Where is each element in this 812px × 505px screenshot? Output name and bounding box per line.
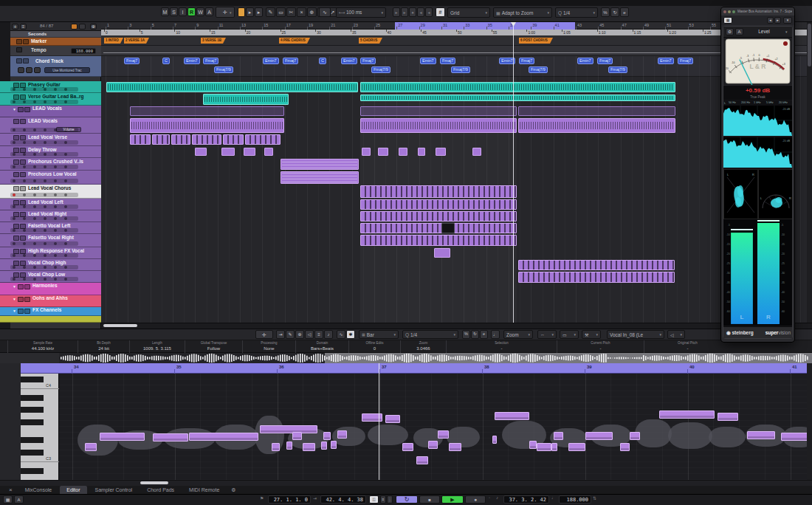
punch-button-1[interactable]: ▸ [401, 7, 408, 17]
track-row-13[interactable]: High Response FX Vocal [10, 247, 101, 259]
control-dot[interactable] [33, 153, 36, 156]
arrange-event[interactable] [418, 148, 425, 156]
vari-note[interactable] [449, 443, 461, 451]
control-dot[interactable] [54, 100, 57, 103]
piano-black-key[interactable] [21, 395, 44, 401]
preset-next-button[interactable]: ▸ [774, 17, 781, 24]
editor-q-opt-0[interactable]: % [462, 330, 470, 339]
arrange-event[interactable] [518, 118, 675, 133]
marker-track-row[interactable]: Marker [10, 38, 101, 46]
arrange-event[interactable] [441, 223, 455, 233]
control-dot[interactable] [64, 141, 67, 144]
midi-input-button[interactable]: ▦ [723, 17, 732, 24]
punch-in-button[interactable]: ≡ [380, 495, 386, 504]
tool-button-4[interactable]: ⊕ [307, 7, 317, 17]
control-dot[interactable] [23, 141, 26, 144]
editor-tool-0[interactable]: ⇥ [276, 330, 285, 339]
chord-event[interactable]: Emin7 [263, 58, 279, 64]
tab-sampler-control[interactable]: Sampler Control [89, 486, 140, 494]
editor-tool-1[interactable]: ✎ [286, 330, 295, 339]
state-button-s[interactable]: S [170, 7, 178, 16]
editor-q-opt-2[interactable]: e [480, 330, 488, 339]
track-row-7[interactable]: Prechorus Low Vocal [10, 171, 101, 185]
vari-note[interactable] [85, 443, 97, 451]
vari-note[interactable] [153, 433, 188, 442]
editor-part-dropdown[interactable]: Vocal In_08 (Le▾ [607, 330, 664, 339]
vari-note[interactable] [747, 431, 775, 439]
keyboard-icon[interactable]: ▦ [3, 495, 13, 504]
control-dot[interactable] [23, 153, 26, 156]
state-button-w[interactable]: W [196, 7, 204, 16]
chord-event[interactable]: C [319, 58, 326, 64]
control-dot[interactable] [44, 128, 47, 131]
control-dot[interactable] [54, 88, 57, 91]
vari-note[interactable] [385, 415, 400, 423]
marker-flag[interactable]: 6 POST CHORUS [519, 38, 553, 44]
piano-black-key[interactable] [21, 419, 44, 425]
track-row-12[interactable]: Falsetto Vocal Right [10, 234, 101, 247]
piano-black-key[interactable] [21, 450, 44, 456]
control-dot[interactable] [23, 165, 26, 168]
chord-mini-btn-1[interactable] [26, 67, 32, 73]
control-dot[interactable] [54, 193, 57, 196]
arrange-event[interactable] [360, 211, 517, 221]
arrange-event[interactable] [171, 134, 190, 145]
right-locator-value[interactable]: 42. 4. 4. 38 [320, 495, 366, 504]
control-dot[interactable] [23, 100, 26, 103]
state-button-i[interactable]: I [179, 7, 187, 16]
vari-note[interactable] [554, 432, 563, 440]
editor-hscroll-thumb[interactable] [140, 481, 168, 484]
solo-button[interactable] [20, 186, 26, 191]
mute-button[interactable] [18, 284, 24, 289]
control-dot[interactable] [64, 179, 67, 182]
control-dot[interactable] [33, 278, 36, 281]
control-dot[interactable] [13, 278, 16, 281]
track-row-14[interactable]: Vocal Chop High [10, 259, 101, 271]
control-dot[interactable] [23, 193, 26, 196]
chord-event[interactable]: Fmaj7 [597, 58, 613, 64]
arrange-event[interactable] [192, 134, 221, 145]
vari-note[interactable] [303, 443, 315, 451]
marker-flag[interactable]: 4 PRE CHORUS [279, 38, 310, 44]
control-dot[interactable] [64, 88, 67, 91]
tempo-value-box[interactable]: 188.000 [559, 495, 591, 504]
vari-note[interactable] [189, 433, 258, 441]
control-dot[interactable] [33, 266, 36, 269]
stop-button[interactable]: ■ [419, 495, 440, 504]
editor-zoom-dropdown[interactable]: Zoom▾ [503, 330, 533, 339]
arrange-event[interactable] [130, 106, 284, 116]
arrange-event[interactable] [245, 134, 281, 145]
marker-flag[interactable]: 3 VERSE 1B [201, 38, 226, 44]
punch-lock-button[interactable]: ⚿ [369, 495, 379, 504]
control-dot[interactable] [44, 100, 47, 103]
state-button-r[interactable]: R [187, 7, 196, 16]
control-dot[interactable] [44, 165, 47, 168]
state-button-m[interactable]: M [161, 7, 169, 16]
state-button-a[interactable]: A [205, 7, 213, 16]
arrange-event[interactable] [360, 235, 517, 246]
control-dot[interactable] [64, 165, 67, 168]
control-dot[interactable] [33, 229, 36, 232]
control-dot[interactable] [44, 193, 47, 196]
chord-event[interactable]: Fmaj7 [283, 58, 298, 64]
solo-button[interactable] [20, 172, 26, 177]
control-dot[interactable] [23, 242, 26, 245]
vari-note[interactable] [321, 442, 327, 450]
tool-button-0[interactable]: ✎ [266, 7, 275, 17]
solo-button[interactable] [20, 236, 26, 241]
gear-icon[interactable]: ⚙ [227, 487, 239, 493]
control-dot[interactable] [64, 254, 67, 257]
control-dot[interactable] [54, 254, 57, 257]
control-dot[interactable] [44, 278, 47, 281]
control-dot[interactable] [23, 205, 26, 208]
arrange-hscroll-thumb[interactable] [103, 324, 137, 327]
chord-event[interactable]: Fmaj7 [360, 58, 376, 64]
control-dot[interactable] [64, 278, 67, 281]
control-dot[interactable] [23, 254, 26, 257]
adapt-to-zoom-dropdown[interactable]: ▦Adapt to Zoom▾ [493, 7, 552, 18]
control-dot[interactable] [13, 165, 16, 168]
editor-misc-dropdown-1[interactable]: ▭▾ [560, 330, 579, 339]
preset-prev-button[interactable]: ◂ [767, 17, 774, 24]
control-dot[interactable] [23, 217, 26, 220]
control-dot[interactable] [44, 88, 47, 91]
